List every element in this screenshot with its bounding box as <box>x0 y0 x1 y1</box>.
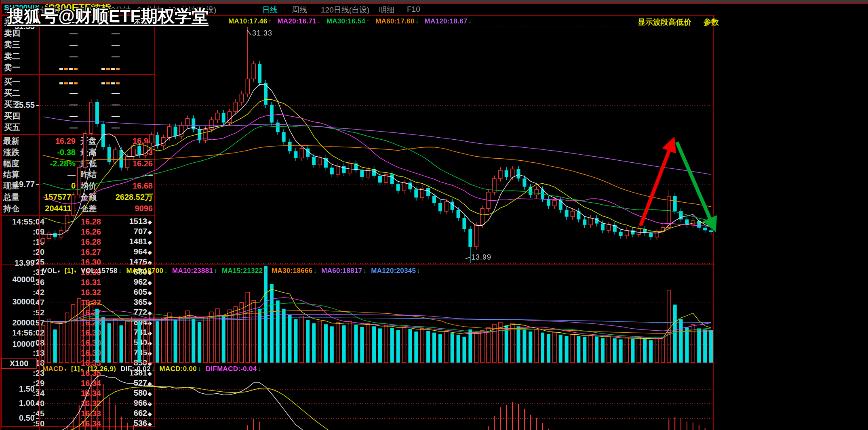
order-book-level-label: 卖三 <box>4 39 29 50</box>
price-ma-values-row: MA10:17.46↑MA20:16.71↓MA30:16.54↑MA60:17… <box>228 17 472 25</box>
volume-axis-label: 20000 <box>1 318 35 327</box>
indicator-value-chip: MA10:17.46↑ <box>228 17 272 25</box>
price-axis-label: 19.77 <box>1 180 35 189</box>
tick-time: :42 <box>4 288 44 297</box>
tab-8[interactable]: 日线 <box>262 5 278 15</box>
tick-time: 14:55:04 <box>4 217 44 227</box>
indicator-value-chip[interactable]: MACD▾ <box>42 365 67 373</box>
tick-time: :20 <box>4 248 44 257</box>
down-arrow-icon: ↓ <box>152 365 155 373</box>
tick-time: :52 <box>4 308 44 317</box>
indicator-value-chip: MA30:18666↓ <box>272 267 317 275</box>
indicator-value-chip: MA15:21322↑ <box>222 267 267 275</box>
quote-field-label: 最新 <box>3 136 30 147</box>
order-book-level-label: 买五 <box>4 122 29 133</box>
indicator-value-chip[interactable]: [1]▾ <box>65 267 77 275</box>
indicator-value-chip: VOL:15758↓ <box>81 267 122 275</box>
indicator-value-chip: MA60:17.60↓ <box>375 17 419 25</box>
up-arrow-icon: ↑ <box>268 17 272 25</box>
dropdown-icon[interactable]: ▾ <box>58 269 60 274</box>
ex-dividend-marker-icon: ▲ <box>141 260 146 266</box>
volume-axis-label: 10000 <box>1 340 35 349</box>
dropdown-icon[interactable]: ▾ <box>64 367 67 372</box>
order-book-level-label: 买一 <box>4 76 29 87</box>
indicator-value-chip: MACD:0.00↓ <box>160 365 201 373</box>
quote-field-label: 幅度 <box>3 158 30 169</box>
down-arrow-icon: ↓ <box>313 267 317 275</box>
axis-tick-mark <box>36 184 39 185</box>
up-arrow-icon: ↑ <box>366 17 370 25</box>
tab-11[interactable]: 明细 <box>379 5 394 15</box>
quote-field-label: 持仓 <box>3 203 30 214</box>
price-axis-label: 25.55 <box>1 101 35 110</box>
price-chart-canvas[interactable] <box>40 16 714 264</box>
indicator-value-chip: MA10:23881↓ <box>172 267 217 275</box>
tick-time: 14:56:02 <box>4 328 44 338</box>
tick-time: :09 <box>4 227 44 237</box>
quote-field-label: 总量 <box>3 192 30 203</box>
indicator-value-chip: MA120:18.67↓ <box>425 17 472 25</box>
macd-chart-canvas[interactable] <box>40 364 714 430</box>
watermark: 搜狐号@财顺ETF期权学堂 <box>7 5 209 27</box>
macd-axis-label: 1.00 <box>1 399 35 408</box>
volume-macd-separator <box>1 363 715 363</box>
volume-chart-canvas[interactable] <box>40 266 714 363</box>
volume-axis-label: 30000 <box>1 297 35 306</box>
tab-10[interactable]: 120日线(自设) <box>321 5 369 15</box>
quote-field-label: 结算 <box>3 169 30 180</box>
price-volume-separator <box>1 264 715 265</box>
macd-indicator-row: MACD▾[1]▾(12,26,9)DIF:-0.02↓MACD:0.00↓DI… <box>42 365 261 373</box>
indicator-value-chip: MA120:20345↓ <box>371 267 420 275</box>
price-axis-label: 13.99 <box>1 258 35 268</box>
volume-axis-label: 40000 <box>1 275 35 284</box>
dropdown-icon[interactable]: ▾ <box>74 269 76 274</box>
axis-tick-mark <box>36 279 39 280</box>
down-arrow-icon: ↓ <box>415 17 419 25</box>
order-book-level-label: 卖一 <box>4 62 29 73</box>
axis-tick-mark <box>36 403 39 404</box>
indicator-value-chip: DIF:-0.02↓ <box>120 365 155 373</box>
trough-price-annotation: 13.99 <box>471 253 491 262</box>
indicator-value-chip: MA20:16.71↓ <box>277 17 320 25</box>
axis-tick-mark <box>36 389 39 390</box>
tab-12[interactable]: F10 <box>407 5 420 14</box>
volume-indicator-row: VOL▾[1]▾VOL:15758↓MA5:18700↓MA10:23881↓M… <box>42 267 420 275</box>
indicator-value-chip[interactable]: VOL▾ <box>42 267 60 275</box>
order-book-level-label: 买四 <box>4 111 29 122</box>
order-book-level-label: 买二 <box>4 88 29 99</box>
down-arrow-icon: ↓ <box>417 267 420 275</box>
down-arrow-icon: ↓ <box>198 365 201 373</box>
macd-axis-label: 1.50 <box>1 384 35 394</box>
indicator-value-chip: DIFMACD:-0.04↓ <box>206 365 261 373</box>
down-arrow-icon: ↓ <box>317 17 321 25</box>
trading-terminal: 分时1分钟5分钟15分钟30分钟60分钟120分钟(自设)日线周线120日线(自… <box>0 0 868 430</box>
down-arrow-icon: ↓ <box>214 267 217 275</box>
down-arrow-icon: ↓ <box>164 267 168 275</box>
axis-tick-mark <box>36 418 39 419</box>
params-button[interactable]: 参数 <box>704 17 719 27</box>
order-book-level-label: 卖二 <box>4 51 29 62</box>
indicator-value-chip: MA5:18700↓ <box>126 267 168 275</box>
indicator-value-chip: (12,26,9) <box>88 365 116 373</box>
axis-tick-mark <box>36 302 39 302</box>
dropdown-icon[interactable]: ▾ <box>81 367 83 372</box>
axis-tick-mark <box>36 263 39 264</box>
down-arrow-icon: ↓ <box>468 17 472 25</box>
tick-time: :13 <box>4 348 44 358</box>
down-arrow-icon: ↓ <box>118 267 122 275</box>
axis-tick-mark <box>36 323 39 323</box>
indicator-value-chip: MA30:16.54↑ <box>327 17 370 25</box>
indicator-value-chip[interactable]: [1]▾ <box>71 365 83 373</box>
wave-toggle-row: 显示波段高低价 参数 <box>638 17 719 27</box>
axis-tick-mark <box>36 344 39 345</box>
indicator-value-chip: MA60:18817↓ <box>321 267 367 275</box>
tick-time: :15 <box>4 237 44 247</box>
window-title-strip <box>1 0 868 4</box>
tab-9[interactable]: 周线 <box>292 5 307 15</box>
up-arrow-icon: ↑ <box>263 267 267 275</box>
macd-axis-label: 0.50 <box>1 413 35 423</box>
peak-price-annotation: 31.33 <box>252 29 272 38</box>
down-arrow-icon: ↓ <box>363 267 367 275</box>
show-swing-high-low-button[interactable]: 显示波段高低价 <box>638 17 691 27</box>
tick-time: :23 <box>4 369 44 378</box>
